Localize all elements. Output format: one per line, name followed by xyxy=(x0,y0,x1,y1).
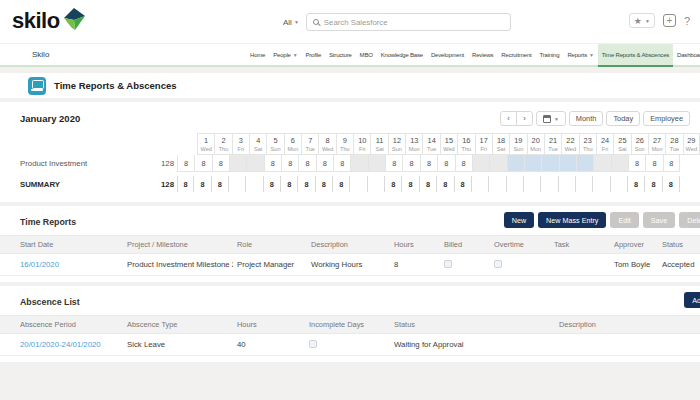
calendar-day-header: 13Mon xyxy=(405,133,422,155)
cell-task xyxy=(550,254,610,276)
cell-description: Working Hours xyxy=(307,254,390,276)
calendar-day-cell[interactable]: 8 xyxy=(194,155,211,172)
search-input[interactable] xyxy=(324,18,504,27)
tab-reviews[interactable]: Reviews xyxy=(468,44,497,67)
calendar-day-cell[interactable]: 8 xyxy=(333,155,350,172)
calendar-day-cell[interactable] xyxy=(472,155,489,172)
day-number: 29 xyxy=(684,136,699,145)
calendar-day-cell[interactable]: 8 xyxy=(298,155,315,172)
calendar-day-cell[interactable] xyxy=(489,155,506,172)
calendar-summary-cell xyxy=(229,176,246,192)
calendar-day-header: 26Sun xyxy=(631,133,648,155)
calendar-day-cell[interactable] xyxy=(246,155,263,172)
calendar-day-header: 11Sat xyxy=(370,133,387,155)
calendar-day-cell[interactable]: 8 xyxy=(264,155,281,172)
calendar-day-cell[interactable]: 8 xyxy=(420,155,437,172)
calendar-day-cell[interactable] xyxy=(524,155,541,172)
new-button[interactable]: New xyxy=(504,212,534,228)
calendar-day-cell[interactable]: 8 xyxy=(281,155,298,172)
calendar-day-header: 28Tue xyxy=(665,133,682,155)
column-header-approver: Approver xyxy=(610,236,658,254)
add-plus-icon[interactable]: + xyxy=(663,14,676,27)
tab-profile[interactable]: Profile xyxy=(301,44,325,67)
add-button[interactable]: Add xyxy=(684,292,700,308)
app-launcher-icon[interactable] xyxy=(10,49,22,61)
day-number: 27 xyxy=(649,136,665,145)
calendar-today-button[interactable]: Today xyxy=(606,111,640,126)
day-number: 5 xyxy=(267,136,283,145)
calendar-day-cell[interactable]: 8 xyxy=(628,155,645,172)
day-number: 24 xyxy=(597,136,613,145)
help-icon[interactable]: ? xyxy=(684,15,690,27)
start_date-link[interactable]: 16/01/2020 xyxy=(20,260,59,269)
cell-status: Accepted xyxy=(658,254,700,276)
cell-type: Sick Leave xyxy=(123,334,233,356)
calendar-day-cell[interactable]: 8 xyxy=(316,155,333,172)
tab-development[interactable]: Development xyxy=(427,44,468,67)
day-of-week: Wed xyxy=(319,146,335,152)
calendar-day-cell[interactable] xyxy=(611,155,628,172)
day-of-week: Wed xyxy=(198,146,214,152)
calendar-day-cell[interactable]: 8 xyxy=(645,155,662,172)
calendar-day-header: 2Thu xyxy=(214,133,231,155)
calendar-day-cell[interactable] xyxy=(368,155,385,172)
calendar-next-button[interactable]: › xyxy=(516,111,533,126)
tab-dashboards[interactable]: Dashboards▼ xyxy=(673,44,700,67)
chevron-down-icon: ▼ xyxy=(589,52,594,58)
calendar-summary-cell: 8 xyxy=(663,176,680,192)
calendar-day-cell[interactable] xyxy=(593,155,610,172)
app-navigation-bar: Skilo HomePeople▼ProfileStructureMBOKnow… xyxy=(0,44,700,67)
day-of-week: Mon xyxy=(649,146,665,152)
tab-structure[interactable]: Structure xyxy=(325,44,356,67)
summary-row-total: 128 xyxy=(143,176,177,192)
global-header: skilo All ▼ ★ ▼ + ? xyxy=(0,0,700,44)
calendar-day-cell[interactable]: 8 xyxy=(455,155,472,172)
day-of-week: Sun xyxy=(267,146,283,152)
calendar-summary-cell xyxy=(524,176,541,192)
tab-home[interactable]: Home xyxy=(246,44,269,67)
app-name[interactable]: Skilo xyxy=(32,50,49,59)
calendar-day-cell[interactable]: 8 xyxy=(177,155,194,172)
calendar-day-header: 6Mon xyxy=(284,133,301,155)
calendar-day-cell[interactable]: 8 xyxy=(212,155,229,172)
calendar-month-view-button[interactable]: Month xyxy=(569,111,604,126)
calendar-day-cell[interactable] xyxy=(576,155,593,172)
calendar-day-cell[interactable] xyxy=(229,155,246,172)
day-number: 3 xyxy=(233,136,249,145)
incomplete-checkbox[interactable] xyxy=(309,340,317,348)
day-number: 18 xyxy=(493,136,509,145)
skilo-logo-diamond-icon xyxy=(62,7,86,31)
tab-people[interactable]: People▼ xyxy=(269,44,301,67)
calendar-picker-button[interactable]: ▼ xyxy=(536,111,566,126)
period-link[interactable]: 20/01/2020-24/01/2020 xyxy=(20,340,101,349)
new-mass-entry-button[interactable]: New Mass Entry xyxy=(538,212,606,228)
tab-time-reports-abscences[interactable]: Time Reports & Abscences xyxy=(598,44,673,67)
tab-reports[interactable]: Reports▼ xyxy=(563,44,597,67)
favorites-button[interactable]: ★ ▼ xyxy=(629,13,655,28)
tab-recruitment[interactable]: Recruitment xyxy=(497,44,535,67)
calendar-day-header: 20Mon xyxy=(527,133,544,155)
day-number: 23 xyxy=(580,136,596,145)
calendar-day-cell[interactable]: 8 xyxy=(402,155,419,172)
chevron-down-icon: ▼ xyxy=(554,116,559,122)
search-scope-dropdown[interactable]: All ▼ xyxy=(283,18,299,27)
calendar-employee-button[interactable]: Employee xyxy=(643,111,690,126)
calendar-day-cell[interactable]: 8 xyxy=(663,155,680,172)
tab-knowledge-base[interactable]: Knowledge Base xyxy=(377,44,427,67)
calendar-day-cell[interactable] xyxy=(507,155,524,172)
calendar-day-cell[interactable]: 8 xyxy=(385,155,402,172)
tab-mbo[interactable]: MBO xyxy=(356,44,377,67)
overtime-checkbox[interactable] xyxy=(494,260,502,268)
calendar-prev-button[interactable]: ‹ xyxy=(500,111,517,126)
calendar-day-cell[interactable]: 8 xyxy=(437,155,454,172)
column-header-overtime: Overtime xyxy=(490,236,550,254)
day-of-week: Thu xyxy=(580,146,596,152)
day-of-week: Tue xyxy=(666,146,682,152)
edit-button: Edit xyxy=(610,212,638,228)
tab-training[interactable]: Training xyxy=(536,44,564,67)
billed-checkbox[interactable] xyxy=(444,260,452,268)
calendar-day-cell[interactable] xyxy=(541,155,558,172)
calendar-day-cell[interactable] xyxy=(559,155,576,172)
calendar-summary-cell xyxy=(576,176,593,192)
calendar-day-cell[interactable] xyxy=(350,155,367,172)
